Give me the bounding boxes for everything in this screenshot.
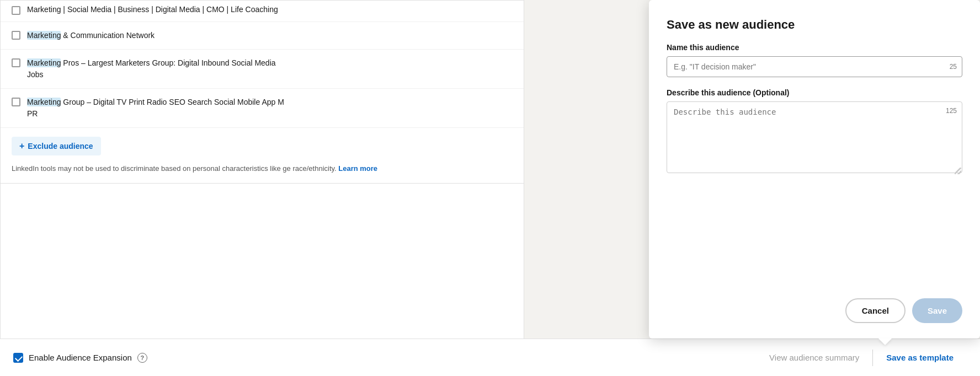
audience-name-input[interactable]	[667, 56, 962, 77]
modal-title: Save as new audience	[667, 18, 962, 32]
list-item-3: Marketing Group – Digital TV Print Radio…	[1, 89, 524, 128]
enable-expansion-group: Enable Audience Expansion ?	[13, 353, 147, 363]
learn-more-link[interactable]: Learn more	[338, 164, 377, 173]
describe-char-count: 125	[946, 107, 957, 115]
name-label: Name this audience	[667, 43, 962, 52]
item-3-text: Marketing Group – Digital TV Print Radio…	[27, 96, 284, 120]
disclaimer-text: LinkedIn tools may not be used to discri…	[12, 163, 513, 174]
plus-icon: +	[19, 141, 24, 151]
exclude-button-label: Exclude audience	[28, 142, 93, 151]
cancel-button[interactable]: Cancel	[845, 298, 906, 323]
audience-describe-textarea[interactable]	[667, 101, 962, 173]
item-1-highlight: Marketing	[27, 31, 61, 40]
save-as-template-button[interactable]: Save as template	[873, 353, 967, 362]
describe-textarea-wrapper: 125	[667, 101, 962, 175]
checkbox-3[interactable]	[12, 98, 20, 106]
checkbox-2[interactable]	[12, 58, 20, 67]
describe-label: Describe this audience (Optional)	[667, 88, 962, 97]
modal-footer: Cancel Save	[667, 298, 962, 323]
partial-item-text: Marketing | Social Media | Business | Di…	[27, 5, 278, 14]
bottom-bar-right: View audience summary Save as template	[756, 350, 967, 366]
save-audience-modal: Save as new audience Name this audience …	[649, 0, 980, 339]
bottom-bar: Enable Audience Expansion ? View audienc…	[0, 339, 980, 376]
list-area: Marketing | Social Media | Business | Di…	[1, 1, 524, 128]
enable-expansion-label: Enable Audience Expansion	[29, 353, 132, 362]
main-panel: Marketing | Social Media | Business | Di…	[0, 0, 524, 376]
list-item-partial: Marketing | Social Media | Business | Di…	[1, 1, 524, 22]
exclude-section: + Exclude audience LinkedIn tools may no…	[1, 128, 524, 184]
item-3-highlight: Marketing	[27, 98, 61, 106]
describe-form-group: Describe this audience (Optional) 125	[667, 88, 962, 175]
help-icon[interactable]: ?	[137, 353, 147, 363]
name-char-count: 25	[950, 63, 957, 71]
item-1-text: Marketing & Communication Network	[27, 30, 155, 41]
resize-handle	[955, 168, 961, 174]
list-item-1: Marketing & Communication Network	[1, 22, 524, 50]
save-button[interactable]: Save	[912, 298, 962, 323]
name-input-wrapper: 25	[667, 56, 962, 77]
exclude-audience-button[interactable]: + Exclude audience	[12, 137, 101, 155]
view-audience-summary-button[interactable]: View audience summary	[756, 353, 872, 362]
checkbox-1[interactable]	[12, 31, 20, 40]
item-2-highlight: Marketing	[27, 58, 61, 67]
checkbox-partial[interactable]	[12, 6, 20, 15]
list-item-2: Marketing Pros – Largest Marketers Group…	[1, 50, 524, 89]
name-form-group: Name this audience 25	[667, 43, 962, 77]
enable-expansion-checkbox[interactable]	[13, 353, 23, 363]
item-2-text: Marketing Pros – Largest Marketers Group…	[27, 57, 276, 80]
